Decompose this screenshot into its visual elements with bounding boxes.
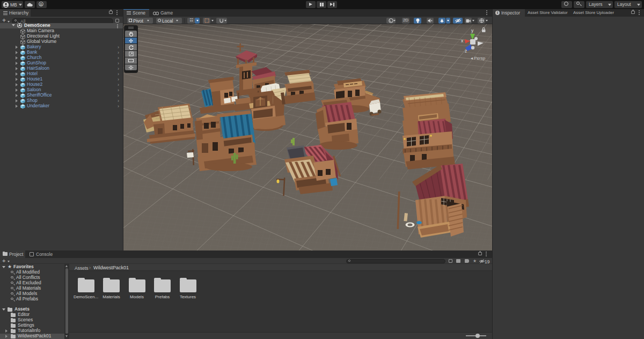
svg-text:y: y bbox=[471, 28, 474, 33]
svg-text:◂ Persp: ◂ Persp bbox=[471, 56, 486, 61]
svg-text:x: x bbox=[461, 38, 464, 43]
svg-text:z: z bbox=[465, 48, 467, 54]
